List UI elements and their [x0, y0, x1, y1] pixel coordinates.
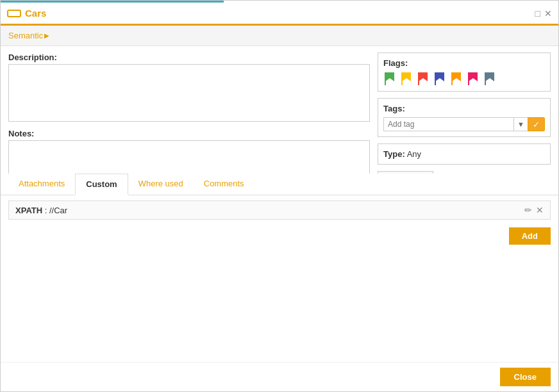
tags-confirm-button[interactable]: ✓ — [528, 117, 545, 131]
add-row: Add — [1, 225, 558, 247]
tags-input[interactable] — [383, 117, 513, 131]
pink-flag[interactable] — [467, 72, 480, 86]
spacer — [1, 247, 558, 362]
red-flag[interactable] — [417, 72, 430, 86]
description-input[interactable] — [8, 64, 370, 122]
type-box: Type: Any — [378, 143, 551, 165]
svg-marker-12 — [485, 72, 494, 81]
svg-rect-3 — [401, 72, 403, 85]
xpath-text: XPATH : //Car — [15, 206, 67, 215]
tags-input-row: ▼ ✓ — [383, 117, 545, 131]
title-bar: Cars □ ✕ — [1, 3, 558, 26]
minimize-button[interactable]: □ — [535, 8, 540, 19]
svg-marker-8 — [452, 72, 461, 81]
tabs-bar: Attachments Custom Where used Comments — [1, 174, 558, 195]
svg-rect-13 — [485, 72, 486, 85]
add-button[interactable]: Add — [509, 227, 551, 245]
main-content: Description: Notes: Flags: — [1, 46, 558, 174]
tab-where-used[interactable]: Where used — [128, 174, 194, 195]
close-button[interactable]: Close — [500, 368, 551, 386]
type-text: Type: Any — [383, 149, 421, 159]
window-icon — [7, 10, 21, 17]
tab-attachments[interactable]: Attachments — [8, 174, 75, 195]
right-panel: Flags: — [378, 53, 551, 167]
svg-marker-10 — [469, 72, 478, 81]
left-panel: Description: Notes: — [8, 53, 370, 167]
notes-label: Notes: — [8, 129, 370, 138]
svg-rect-1 — [385, 72, 386, 85]
window-title: Cars — [25, 8, 46, 19]
notes-input[interactable] — [8, 140, 370, 174]
semantic-arrow: ▶ — [44, 32, 49, 39]
semantic-label[interactable]: Semantic ▶ — [8, 31, 49, 40]
description-label: Description: — [8, 53, 370, 62]
svg-marker-0 — [385, 72, 394, 81]
tab-comments[interactable]: Comments — [194, 174, 254, 195]
title-controls: □ ✕ — [535, 8, 552, 19]
flags-box: Flags: — [378, 53, 551, 92]
svg-rect-11 — [468, 72, 469, 85]
svg-marker-4 — [419, 72, 428, 81]
svg-rect-5 — [418, 72, 419, 85]
xpath-row: XPATH : //Car ✏ ✕ — [8, 200, 551, 220]
green-flag[interactable] — [383, 72, 396, 86]
svg-marker-6 — [435, 72, 444, 81]
bottom-bar: Close — [1, 362, 558, 391]
blue-flag[interactable] — [433, 72, 446, 86]
tags-box: Tags: ▼ ✓ — [378, 98, 551, 137]
flags-label: Flags: — [383, 58, 545, 68]
semantic-bar[interactable]: Semantic ▶ — [1, 26, 558, 46]
notes-field: Notes: — [8, 129, 370, 174]
gray-flag[interactable] — [483, 72, 496, 86]
yellow-flag[interactable] — [400, 72, 413, 86]
xpath-edit-icon[interactable]: ✏ — [524, 205, 532, 215]
main-window: Cars □ ✕ Semantic ▶ Description: Notes: … — [0, 0, 559, 392]
tab-custom[interactable]: Custom — [75, 174, 128, 195]
title-bar-left: Cars — [7, 8, 46, 19]
tags-dropdown-button[interactable]: ▼ — [513, 117, 528, 131]
description-field: Description: — [8, 53, 370, 124]
flags-row — [383, 72, 545, 86]
svg-marker-2 — [402, 72, 411, 81]
xpath-value: //Car — [49, 206, 67, 215]
tab-content: XPATH : //Car ✏ ✕ Add — [1, 195, 558, 247]
xpath-delete-icon[interactable]: ✕ — [536, 205, 544, 215]
svg-rect-7 — [435, 72, 436, 85]
orange-flag[interactable] — [450, 72, 463, 86]
close-button[interactable]: ✕ — [544, 8, 552, 19]
xpath-actions: ✏ ✕ — [524, 205, 544, 215]
svg-rect-9 — [451, 72, 453, 85]
tags-label: Tags: — [383, 104, 545, 113]
